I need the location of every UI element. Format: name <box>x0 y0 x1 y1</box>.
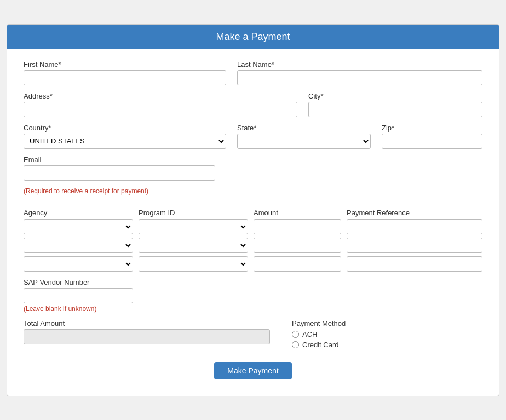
ref-col-label: Payment Reference <box>347 209 482 217</box>
address-label: Address* <box>24 92 297 100</box>
payment-items-section: Agency Program ID Amount Payment Referen… <box>24 202 482 272</box>
page-body: First Name* Last Name* Address* City* Co… <box>7 49 499 396</box>
program-cell-2 <box>139 238 248 253</box>
make-payment-button[interactable]: Make Payment <box>214 362 291 379</box>
city-input[interactable] <box>308 102 482 117</box>
state-label: State* <box>237 124 371 132</box>
email-note: (Required to receive a receipt for payme… <box>24 187 482 195</box>
program-select-3[interactable] <box>139 256 248 272</box>
payment-method-label: Payment Method <box>292 319 482 327</box>
ach-radio[interactable] <box>292 331 299 338</box>
sap-note: (Leave blank if unknown) <box>24 305 482 313</box>
state-group: State* <box>237 124 371 149</box>
program-col-label: Program ID <box>139 209 248 217</box>
address-city-row: Address* City* <box>24 92 482 117</box>
total-amount-label: Total Amount <box>24 319 270 327</box>
ref-cell-1 <box>347 219 482 234</box>
page-container: Make a Payment First Name* Last Name* Ad… <box>7 24 499 396</box>
email-group: Email <box>24 156 215 181</box>
agency-cell-2 <box>24 238 133 253</box>
payment-item-row-3 <box>24 256 482 272</box>
amount-input-3[interactable] <box>254 256 341 272</box>
address-input[interactable] <box>24 102 297 117</box>
ach-label: ACH <box>302 330 317 338</box>
email-input[interactable] <box>24 165 215 181</box>
agency-cell-1 <box>24 219 133 234</box>
program-cell-3 <box>139 256 248 272</box>
city-label: City* <box>308 92 482 100</box>
credit-card-radio[interactable] <box>292 341 299 348</box>
agency-select-1[interactable] <box>24 219 133 234</box>
amount-col-label: Amount <box>254 209 341 217</box>
page-title: Make a Payment <box>216 31 290 42</box>
city-group: City* <box>308 92 482 117</box>
state-select[interactable] <box>237 134 371 149</box>
email-row: Email <box>24 156 482 181</box>
zip-input[interactable] <box>382 134 482 149</box>
ref-input-1[interactable] <box>347 219 482 234</box>
ref-cell-3 <box>347 256 482 272</box>
agency-col-label: Agency <box>24 209 133 217</box>
total-amount-group: Total Amount <box>24 319 270 344</box>
sap-section: SAP Vendor Number (Leave blank if unknow… <box>24 278 482 313</box>
credit-card-option: Credit Card <box>292 341 482 349</box>
program-select-1[interactable] <box>139 219 248 234</box>
payment-method-group: Payment Method ACH Credit Card <box>292 319 482 351</box>
first-name-input[interactable] <box>24 70 226 85</box>
zip-group: Zip* <box>382 124 482 149</box>
country-state-zip-row: Country* UNITED STATES State* Zip* <box>24 124 482 149</box>
amount-cell-1 <box>254 219 341 234</box>
program-select-2[interactable] <box>139 238 248 253</box>
credit-card-label: Credit Card <box>302 341 338 349</box>
first-name-label: First Name* <box>24 60 226 68</box>
agency-select-3[interactable] <box>24 256 133 272</box>
ref-input-2[interactable] <box>347 238 482 253</box>
country-select[interactable]: UNITED STATES <box>24 134 226 149</box>
sap-vendor-label: SAP Vendor Number <box>24 278 482 286</box>
payment-items-header: Agency Program ID Amount Payment Referen… <box>24 209 482 217</box>
first-name-group: First Name* <box>24 60 226 85</box>
submit-row: Make Payment <box>24 362 482 379</box>
amount-cell-3 <box>254 256 341 272</box>
country-group: Country* UNITED STATES <box>24 124 226 149</box>
name-row: First Name* Last Name* <box>24 60 482 85</box>
zip-label: Zip* <box>382 124 482 132</box>
bottom-section: Total Amount Payment Method ACH Credit C… <box>24 319 482 351</box>
page-header: Make a Payment <box>7 25 499 49</box>
sap-vendor-input[interactable] <box>24 288 133 303</box>
address-group: Address* <box>24 92 297 117</box>
payment-item-row-1 <box>24 219 482 234</box>
last-name-label: Last Name* <box>237 60 482 68</box>
email-label: Email <box>24 156 215 164</box>
last-name-input[interactable] <box>237 70 482 85</box>
agency-cell-3 <box>24 256 133 272</box>
amount-cell-2 <box>254 238 341 253</box>
agency-select-2[interactable] <box>24 238 133 253</box>
ach-option: ACH <box>292 330 482 338</box>
program-cell-1 <box>139 219 248 234</box>
amount-input-2[interactable] <box>254 238 341 253</box>
payment-item-row-2 <box>24 238 482 253</box>
ref-input-3[interactable] <box>347 256 482 272</box>
country-label: Country* <box>24 124 226 132</box>
last-name-group: Last Name* <box>237 60 482 85</box>
amount-input-1[interactable] <box>254 219 341 234</box>
total-amount-input <box>24 329 270 344</box>
ref-cell-2 <box>347 238 482 253</box>
